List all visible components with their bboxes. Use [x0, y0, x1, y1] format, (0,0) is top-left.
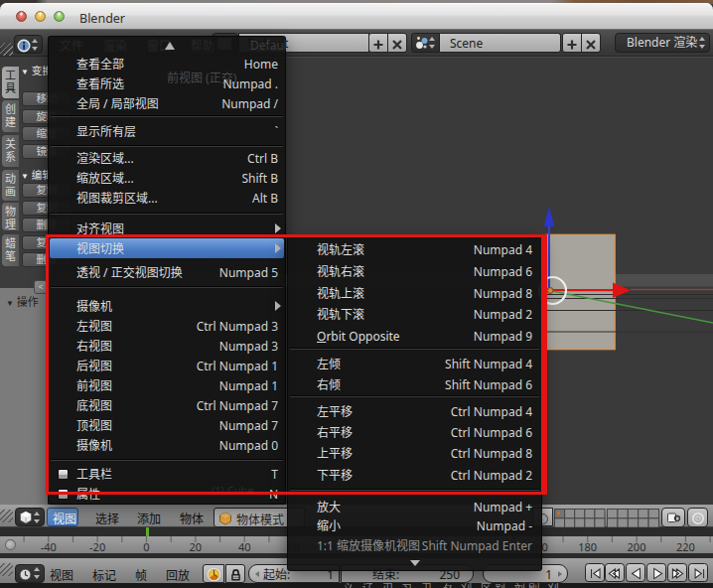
svg-text:-40: -40	[41, 539, 57, 554]
svg-text:200: 200	[628, 539, 646, 554]
svg-text:0: 0	[143, 539, 149, 554]
svg-text:40: 40	[238, 539, 251, 554]
svg-text:220: 220	[676, 539, 695, 554]
svg-text:-20: -20	[89, 539, 105, 554]
svg-text:20: 20	[190, 539, 203, 554]
svg-text:180: 180	[578, 539, 597, 554]
